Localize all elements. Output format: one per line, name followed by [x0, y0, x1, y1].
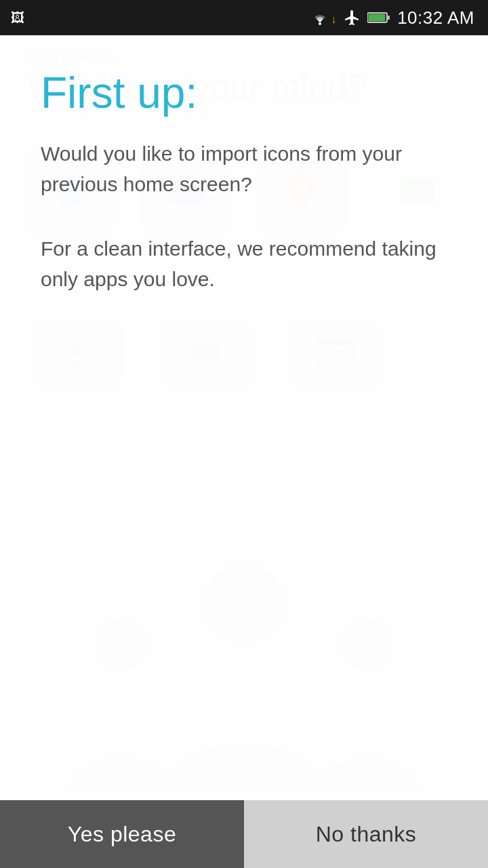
battery-icon [367, 12, 390, 24]
svg-point-0 [319, 22, 321, 25]
svg-point-21 [203, 563, 285, 644]
dialog-content: First up: Would you like to import icons… [0, 35, 488, 294]
status-bar: 🖼 ↓ 10:32 AM [0, 0, 488, 35]
svg-point-22 [95, 617, 149, 671]
no-thanks-button[interactable]: No thanks [244, 800, 488, 868]
status-time: 10:32 AM [397, 7, 474, 28]
wifi-icon [310, 10, 329, 25]
dialog-recommendation: For a clean interface, we recommend taki… [41, 233, 447, 294]
buttons-container: Yes please No thanks [0, 800, 488, 868]
yes-please-button[interactable]: Yes please [0, 800, 244, 868]
bg-bottom-decoration [0, 529, 488, 800]
notification-icon: 🖼 [11, 10, 24, 26]
dialog-body: Would you like to import icons from your… [41, 138, 447, 199]
svg-rect-2 [369, 14, 386, 22]
airplane-icon [343, 9, 361, 26]
dialog-title: First up: [41, 69, 447, 117]
svg-point-23 [339, 617, 393, 671]
download-icon: ↓ [331, 14, 336, 26]
svg-rect-3 [388, 16, 390, 20]
